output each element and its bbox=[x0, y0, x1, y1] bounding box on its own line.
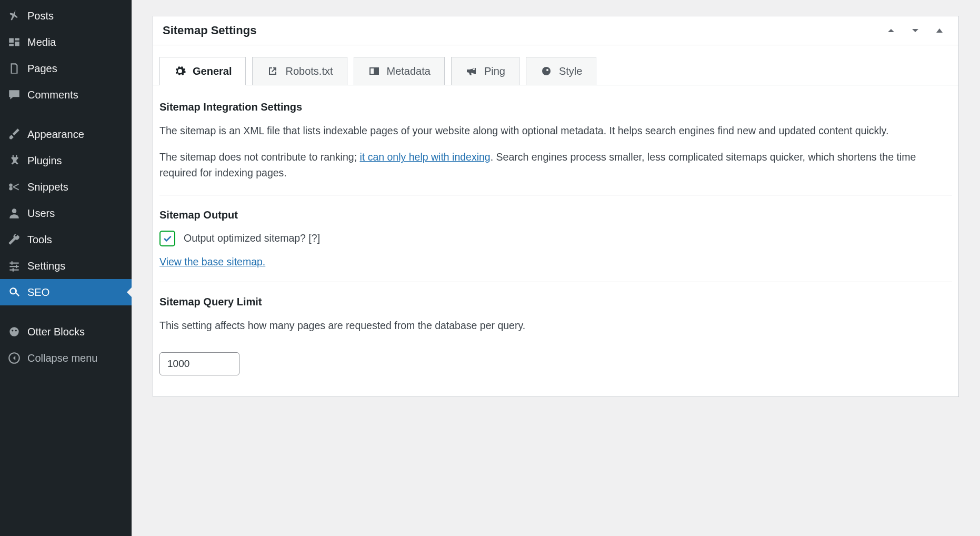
sidebar-item-snippets[interactable]: Snippets bbox=[0, 174, 132, 200]
sidebar-label: Settings bbox=[27, 260, 65, 272]
sidebar-label: Media bbox=[27, 36, 56, 48]
sidebar-item-pages[interactable]: Pages bbox=[0, 55, 132, 82]
tab-ping[interactable]: Ping bbox=[451, 57, 519, 85]
user-icon bbox=[7, 206, 21, 220]
collapse-icon bbox=[7, 351, 21, 365]
wrench-icon bbox=[7, 233, 21, 246]
plug-icon bbox=[7, 154, 21, 167]
checkbox-label: Output optimized sitemap? [?] bbox=[184, 232, 320, 244]
integration-description-2: The sitemap does not contribute to ranki… bbox=[159, 149, 952, 181]
pin-icon bbox=[7, 9, 21, 23]
divider bbox=[159, 195, 952, 195]
sidebar-spacer bbox=[0, 108, 132, 121]
integration-heading: Sitemap Integration Settings bbox=[159, 101, 952, 113]
output-heading: Sitemap Output bbox=[159, 209, 952, 221]
tab-robots[interactable]: Robots.txt bbox=[252, 57, 347, 85]
sidebar-label: Tools bbox=[27, 234, 52, 246]
svg-point-2 bbox=[15, 330, 17, 331]
card-icon bbox=[368, 65, 381, 77]
panel-controls bbox=[885, 24, 949, 37]
settings-panel: Sitemap Settings General bbox=[153, 16, 959, 397]
sidebar-item-tools[interactable]: Tools bbox=[0, 226, 132, 253]
svg-point-1 bbox=[12, 330, 13, 331]
move-up-button[interactable] bbox=[885, 24, 897, 37]
sidebar-label: SEO bbox=[27, 286, 49, 299]
sidebar-label: Plugins bbox=[27, 155, 62, 167]
admin-sidebar: Posts Media Pages Comments Appearance Pl… bbox=[0, 0, 132, 536]
sidebar-label: Users bbox=[27, 207, 55, 220]
svg-point-5 bbox=[546, 69, 548, 71]
sidebar-item-comments[interactable]: Comments bbox=[0, 82, 132, 108]
sliders-icon bbox=[7, 259, 21, 273]
sidebar-label: Pages bbox=[27, 63, 57, 75]
brush-icon bbox=[7, 127, 21, 141]
text-fragment: The sitemap does not contribute to ranki… bbox=[159, 151, 359, 163]
sidebar-label: Posts bbox=[27, 10, 54, 22]
svg-point-0 bbox=[9, 327, 18, 336]
search-icon bbox=[7, 285, 21, 299]
tab-label: General bbox=[193, 65, 232, 77]
sidebar-label: Comments bbox=[27, 89, 78, 101]
panel-title: Sitemap Settings bbox=[163, 24, 256, 37]
otter-icon bbox=[7, 325, 21, 339]
divider bbox=[159, 282, 952, 282]
sidebar-item-settings[interactable]: Settings bbox=[0, 253, 132, 279]
tab-label: Metadata bbox=[387, 65, 431, 77]
share-icon bbox=[266, 65, 279, 77]
integration-description-1: The sitemap is an XML file that lists in… bbox=[159, 123, 952, 138]
tab-content: Sitemap Integration Settings The sitemap… bbox=[153, 85, 958, 396]
tab-bar: General Robots.txt Metadata Ping bbox=[153, 45, 958, 85]
collapse-label: Collapse menu bbox=[27, 352, 97, 364]
pages-icon bbox=[7, 62, 21, 75]
gear-icon bbox=[174, 65, 186, 77]
tab-label: Style bbox=[559, 65, 582, 77]
sidebar-label: Snippets bbox=[27, 181, 68, 193]
disc-icon bbox=[540, 65, 553, 77]
collapse-menu-button[interactable]: Collapse menu bbox=[0, 345, 132, 371]
tab-metadata[interactable]: Metadata bbox=[354, 57, 445, 85]
megaphone-icon bbox=[465, 65, 478, 77]
indexing-help-link[interactable]: it can only help with indexing bbox=[359, 151, 490, 163]
sidebar-spacer bbox=[0, 305, 132, 319]
view-sitemap-link[interactable]: View the base sitemap. bbox=[159, 256, 265, 268]
query-limit-input[interactable] bbox=[159, 352, 239, 375]
panel-header: Sitemap Settings bbox=[153, 16, 958, 45]
sidebar-item-otter-blocks[interactable]: Otter Blocks bbox=[0, 319, 132, 345]
move-down-button[interactable] bbox=[909, 24, 922, 37]
sidebar-item-media[interactable]: Media bbox=[0, 29, 132, 55]
tab-label: Ping bbox=[484, 65, 505, 77]
sidebar-item-appearance[interactable]: Appearance bbox=[0, 121, 132, 147]
main-content: Sitemap Settings General bbox=[132, 0, 980, 536]
sidebar-item-seo[interactable]: SEO bbox=[0, 279, 132, 305]
media-icon bbox=[7, 35, 21, 49]
sidebar-label: Appearance bbox=[27, 128, 84, 141]
sidebar-label: Otter Blocks bbox=[27, 326, 85, 338]
output-optimized-checkbox[interactable] bbox=[159, 231, 175, 246]
collapse-toggle-button[interactable] bbox=[933, 24, 946, 37]
comment-icon bbox=[7, 88, 21, 102]
tab-general[interactable]: General bbox=[159, 57, 246, 85]
query-limit-description: This setting affects how many pages are … bbox=[159, 317, 952, 333]
query-limit-heading: Sitemap Query Limit bbox=[159, 296, 952, 308]
tab-style[interactable]: Style bbox=[526, 57, 596, 85]
output-checkbox-row: Output optimized sitemap? [?] bbox=[159, 231, 952, 246]
sidebar-item-plugins[interactable]: Plugins bbox=[0, 147, 132, 174]
scissors-icon bbox=[7, 180, 21, 194]
svg-point-4 bbox=[542, 67, 551, 75]
sidebar-item-users[interactable]: Users bbox=[0, 200, 132, 226]
tab-label: Robots.txt bbox=[285, 65, 333, 77]
sidebar-item-posts[interactable]: Posts bbox=[0, 3, 132, 29]
